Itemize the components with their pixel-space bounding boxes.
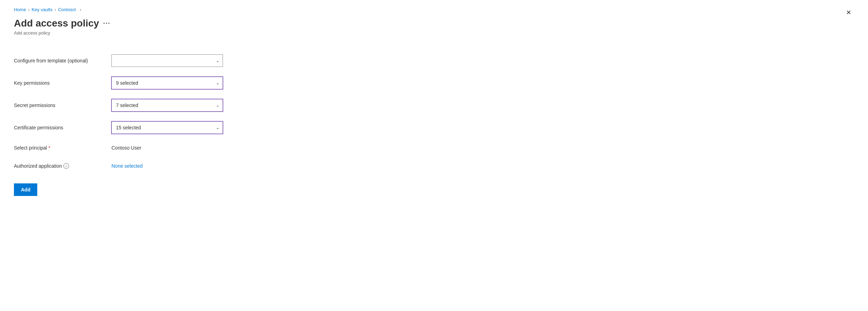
certificate-permissions-label: Certificate permissions (14, 125, 111, 130)
key-permissions-wrapper: 9 selected ⌄ (111, 77, 223, 89)
authorized-application-value-container: None selected (111, 163, 223, 169)
configure-template-row: Configure from template (optional) ⌄ (14, 50, 404, 72)
secret-permissions-label: Secret permissions (14, 103, 111, 108)
key-permissions-select[interactable]: 9 selected (111, 77, 223, 89)
secret-permissions-select[interactable]: 7 selected (111, 99, 223, 112)
breadcrumb-home[interactable]: Home (14, 7, 26, 12)
header-row: Add access policy ··· (14, 18, 404, 29)
select-principal-row: Select principal * Contoso User (14, 139, 404, 157)
close-button[interactable]: ✕ (843, 7, 854, 18)
secret-permissions-wrapper: 7 selected ⌄ (111, 99, 223, 112)
configure-template-label: Configure from template (optional) (14, 58, 111, 63)
principal-value: Contoso User (111, 145, 141, 151)
page-subtitle: Add access policy (14, 30, 404, 36)
authorized-application-label: Authorized application i (14, 163, 111, 169)
breadcrumb-sep-1: › (28, 7, 30, 12)
certificate-permissions-row: Certificate permissions 15 selected ⌄ (14, 116, 404, 139)
key-permissions-row: Key permissions 9 selected ⌄ (14, 72, 404, 94)
more-options-button[interactable]: ··· (103, 20, 110, 27)
required-star: * (48, 145, 50, 151)
form-container: Configure from template (optional) ⌄ Key… (14, 50, 404, 196)
page-title: Add access policy (14, 18, 99, 29)
breadcrumb-sep-2: › (55, 7, 56, 12)
secret-permissions-row: Secret permissions 7 selected ⌄ (14, 94, 404, 116)
breadcrumb-contoso[interactable]: Contoso\ (58, 7, 76, 12)
secret-permissions-value: 7 selected (116, 103, 138, 108)
add-button-container: Add (14, 175, 404, 196)
breadcrumb-keyvaults[interactable]: Key vaults (32, 7, 53, 12)
certificate-permissions-select[interactable]: 15 selected (111, 121, 223, 134)
add-button[interactable]: Add (14, 183, 37, 196)
principal-value-container: Contoso User (111, 145, 223, 151)
breadcrumb-expand-icon[interactable]: › (80, 7, 81, 12)
breadcrumb: Home › Key vaults › Contoso\ › (14, 7, 404, 12)
none-selected-link[interactable]: None selected (111, 163, 143, 169)
certificate-permissions-value: 15 selected (116, 125, 141, 130)
configure-template-select[interactable] (111, 54, 223, 67)
key-permissions-value: 9 selected (116, 80, 138, 86)
key-permissions-label: Key permissions (14, 80, 111, 86)
certificate-permissions-wrapper: 15 selected ⌄ (111, 121, 223, 134)
authorized-application-row: Authorized application i None selected (14, 157, 404, 175)
info-icon[interactable]: i (63, 163, 69, 169)
configure-template-wrapper: ⌄ (111, 54, 223, 67)
select-principal-label: Select principal * (14, 145, 111, 151)
